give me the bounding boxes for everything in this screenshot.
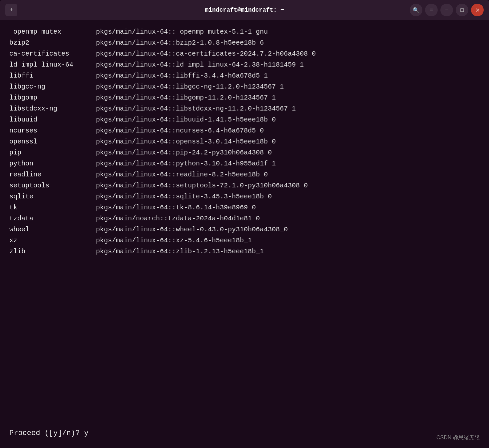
search-icon: 🔍 bbox=[413, 7, 419, 13]
package-row: tkpkgs/main/linux-64::tk-8.6.14-h39e8969… bbox=[9, 202, 480, 213]
package-name: libuuid bbox=[9, 114, 96, 125]
package-name: ld_impl_linux-64 bbox=[9, 60, 96, 70]
package-row: pippkgs/main/linux-64::pip-24.2-py310h06… bbox=[9, 147, 480, 158]
package-name: libffi bbox=[9, 71, 96, 81]
package-path: pkgs/main/linux-64::openssl-3.0.14-h5eee… bbox=[96, 136, 276, 147]
package-row: ca-certificatespkgs/main/linux-64::ca-ce… bbox=[9, 49, 480, 59]
package-path: pkgs/main/linux-64::_openmp_mutex-5.1-1_… bbox=[96, 27, 268, 37]
package-row: pythonpkgs/main/linux-64::python-3.10.14… bbox=[9, 158, 480, 169]
package-path: pkgs/main/linux-64::libgomp-11.2.0-h1234… bbox=[96, 93, 276, 103]
package-row: _openmp_mutexpkgs/main/linux-64::_openmp… bbox=[9, 27, 480, 37]
package-name: ncurses bbox=[9, 125, 96, 136]
package-path: pkgs/main/linux-64::sqlite-3.45.3-h5eee1… bbox=[96, 191, 272, 202]
package-row: libuuidpkgs/main/linux-64::libuuid-1.41.… bbox=[9, 114, 480, 125]
package-name: tk bbox=[9, 202, 96, 213]
package-row: libffipkgs/main/linux-64::libffi-3.4.4-h… bbox=[9, 71, 480, 81]
package-row: zlibpkgs/main/linux-64::zlib-1.2.13-h5ee… bbox=[9, 246, 480, 257]
package-name: setuptools bbox=[9, 180, 96, 191]
package-list: _openmp_mutexpkgs/main/linux-64::_openmp… bbox=[9, 27, 480, 425]
package-path: pkgs/main/linux-64::ca-certificates-2024… bbox=[96, 49, 316, 59]
package-path: pkgs/main/linux-64::libffi-3.4.4-h6a678d… bbox=[96, 71, 268, 81]
package-row: opensslpkgs/main/linux-64::openssl-3.0.1… bbox=[9, 136, 480, 147]
package-path: pkgs/main/linux-64::ncurses-6.4-h6a678d5… bbox=[96, 125, 264, 136]
terminal-window: + mindcraft@mindcraft: ~ 🔍 ≡ − □ ✕ _open… bbox=[0, 0, 489, 448]
package-name: tzdata bbox=[9, 213, 96, 224]
package-path: pkgs/main/noarch::tzdata-2024a-h04d1e81_… bbox=[96, 213, 260, 224]
package-name: wheel bbox=[9, 224, 96, 235]
package-path: pkgs/main/linux-64::setuptools-72.1.0-py… bbox=[96, 180, 308, 191]
package-path: pkgs/main/linux-64::readline-8.2-h5eee18… bbox=[96, 169, 268, 180]
package-name: bzip2 bbox=[9, 38, 96, 48]
package-path: pkgs/main/linux-64::bzip2-1.0.8-h5eee18b… bbox=[96, 38, 264, 48]
package-name: python bbox=[9, 158, 96, 169]
package-path: pkgs/main/linux-64::libuuid-1.41.5-h5eee… bbox=[96, 114, 276, 125]
package-path: pkgs/main/linux-64::wheel-0.43.0-py310h0… bbox=[96, 224, 288, 235]
package-name: libgcc-ng bbox=[9, 82, 96, 92]
package-path: pkgs/main/linux-64::libgcc-ng-11.2.0-h12… bbox=[96, 82, 284, 92]
package-name: libgomp bbox=[9, 93, 96, 103]
restore-button[interactable]: □ bbox=[456, 4, 468, 16]
package-name: zlib bbox=[9, 246, 96, 257]
terminal-body: _openmp_mutexpkgs/main/linux-64::_openmp… bbox=[0, 20, 489, 448]
search-button[interactable]: 🔍 bbox=[410, 4, 422, 16]
package-path: pkgs/main/linux-64::pip-24.2-py310h06a43… bbox=[96, 147, 272, 158]
package-row: libgomppkgs/main/linux-64::libgomp-11.2.… bbox=[9, 93, 480, 103]
package-row: tzdatapkgs/main/noarch::tzdata-2024a-h04… bbox=[9, 213, 480, 224]
title-bar: + mindcraft@mindcraft: ~ 🔍 ≡ − □ ✕ bbox=[0, 0, 489, 20]
package-name: sqlite bbox=[9, 191, 96, 202]
title-bar-left: + bbox=[5, 4, 17, 16]
package-path: pkgs/main/linux-64::ld_impl_linux-64-2.3… bbox=[96, 60, 304, 70]
menu-button[interactable]: ≡ bbox=[425, 4, 438, 16]
package-name: libstdcxx-ng bbox=[9, 104, 96, 114]
package-row: libgcc-ngpkgs/main/linux-64::libgcc-ng-1… bbox=[9, 82, 480, 92]
window-title: mindcraft@mindcraft: ~ bbox=[205, 7, 284, 13]
package-row: sqlitepkgs/main/linux-64::sqlite-3.45.3-… bbox=[9, 191, 480, 202]
package-path: pkgs/main/linux-64::libstdcxx-ng-11.2.0-… bbox=[96, 104, 296, 114]
minimize-icon: − bbox=[445, 7, 448, 13]
package-row: ld_impl_linux-64pkgs/main/linux-64::ld_i… bbox=[9, 60, 480, 70]
package-row: bzip2pkgs/main/linux-64::bzip2-1.0.8-h5e… bbox=[9, 38, 480, 48]
minimize-button[interactable]: − bbox=[440, 4, 453, 16]
package-name: _openmp_mutex bbox=[9, 27, 96, 37]
package-name: xz bbox=[9, 235, 96, 246]
package-row: ncursespkgs/main/linux-64::ncurses-6.4-h… bbox=[9, 125, 480, 136]
package-row: xzpkgs/main/linux-64::xz-5.4.6-h5eee18b_… bbox=[9, 235, 480, 246]
package-name: pip bbox=[9, 147, 96, 158]
package-row: wheelpkgs/main/linux-64::wheel-0.43.0-py… bbox=[9, 224, 480, 235]
package-path: pkgs/main/linux-64::python-3.10.14-h955a… bbox=[96, 158, 276, 169]
package-path: pkgs/main/linux-64::zlib-1.2.13-h5eee18b… bbox=[96, 246, 264, 257]
package-row: libstdcxx-ngpkgs/main/linux-64::libstdcx… bbox=[9, 104, 480, 114]
restore-icon: □ bbox=[460, 7, 464, 13]
package-row: readlinepkgs/main/linux-64::readline-8.2… bbox=[9, 169, 480, 180]
close-icon: ✕ bbox=[475, 7, 480, 13]
close-button[interactable]: ✕ bbox=[471, 4, 484, 16]
prompt-line: Proceed ([y]/n)? y bbox=[9, 425, 480, 441]
prompt-text: Proceed ([y]/n)? y bbox=[9, 429, 89, 437]
watermark: CSDN @思绪无限 bbox=[436, 434, 480, 441]
package-name: openssl bbox=[9, 136, 96, 147]
package-path: pkgs/main/linux-64::xz-5.4.6-h5eee18b_1 bbox=[96, 235, 252, 246]
menu-icon: ≡ bbox=[430, 7, 433, 13]
title-bar-right: 🔍 ≡ − □ ✕ bbox=[410, 4, 484, 16]
package-path: pkgs/main/linux-64::tk-8.6.14-h39e8969_0 bbox=[96, 202, 256, 213]
package-row: setuptoolspkgs/main/linux-64::setuptools… bbox=[9, 180, 480, 191]
new-tab-button[interactable]: + bbox=[5, 4, 17, 16]
package-name: ca-certificates bbox=[9, 49, 96, 59]
package-name: readline bbox=[9, 169, 96, 180]
